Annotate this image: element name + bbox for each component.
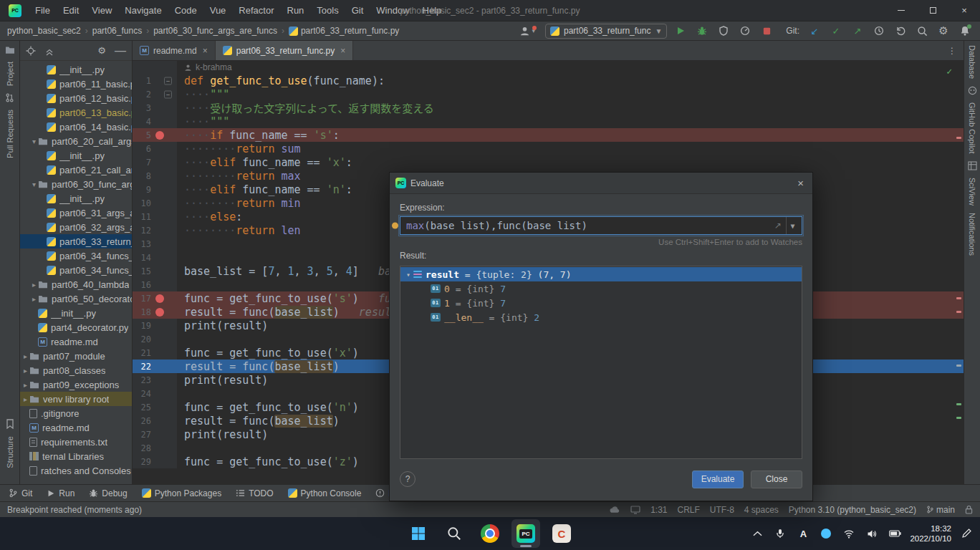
tree-item[interactable]: ▸part09_exceptions: [20, 377, 132, 392]
stop-button[interactable]: [759, 23, 774, 39]
tree-item[interactable]: ternal Libraries: [20, 449, 132, 463]
hide-panel-button[interactable]: —: [115, 44, 126, 57]
tree-item[interactable]: ▸part06_50_decorator: [20, 291, 132, 306]
breadcrumb-item[interactable]: part06_33_return_func.py: [301, 26, 399, 36]
tree-item[interactable]: Mreadme.md: [20, 420, 132, 435]
tab-close-icon[interactable]: ×: [203, 46, 208, 56]
tree-item[interactable]: part06_34_funcs_in_fun: [20, 263, 132, 277]
code-line-7[interactable]: 7····elif func_name == 'x':: [133, 155, 964, 169]
code-line-1[interactable]: 1−def get_func_to_use(func_name):: [133, 74, 964, 87]
chevron-down-icon[interactable]: ▾: [403, 271, 413, 279]
tree-item[interactable]: ▸part08_classes: [20, 363, 132, 377]
tree-item[interactable]: __init__.py: [20, 306, 132, 320]
expression-dropdown-button[interactable]: ▼: [786, 217, 799, 234]
tree-item[interactable]: ▾part06_20_call_args_kwargs: [20, 134, 132, 148]
menu-edit[interactable]: Edit: [57, 0, 85, 21]
monitor-icon[interactable]: [630, 506, 640, 514]
tree-item[interactable]: requirements.txt: [20, 435, 132, 449]
tree-item[interactable]: __init__.py: [20, 62, 132, 77]
menu-git[interactable]: Git: [345, 0, 370, 21]
chevron-right-icon[interactable]: ▸: [30, 281, 38, 289]
run-button[interactable]: [673, 23, 688, 39]
debug-button[interactable]: [694, 23, 710, 39]
breadcrumb-item[interactable]: part06_funcs: [92, 26, 142, 36]
dialog-title-bar[interactable]: PC Evaluate ×: [390, 173, 812, 194]
menu-vue[interactable]: Vue: [203, 0, 233, 21]
profiler-button[interactable]: [737, 23, 753, 39]
cloud-icon[interactable]: [610, 506, 620, 513]
volume-button[interactable]: [864, 523, 880, 544]
menu-run[interactable]: Run: [281, 0, 311, 21]
tool-button-project[interactable]: Project: [6, 62, 14, 86]
tool-button-database[interactable]: Database: [968, 45, 976, 79]
chevron-right-icon[interactable]: ▸: [21, 352, 29, 360]
tree-item[interactable]: part06_11_basic.py: [20, 77, 132, 91]
tool-button-github-copilot[interactable]: GitHub Copilot: [968, 102, 976, 154]
tool-window-button-debug[interactable]: Debug: [89, 488, 127, 498]
taskbar-pycharm-button[interactable]: PC: [511, 519, 540, 548]
tree-item[interactable]: ▾part06_30_func_args_are_fu: [20, 177, 132, 191]
result-tree-row[interactable]: 010 = {int} 7: [400, 281, 802, 296]
result-tree-row[interactable]: ▾result = {tuple: 2} (7, 7): [400, 267, 802, 281]
python-interpreter[interactable]: Python 3.10 (python_basic_sec2): [789, 505, 916, 515]
tree-item[interactable]: __init__.py: [20, 148, 132, 163]
file-encoding[interactable]: UTF-8: [710, 505, 734, 515]
tool-button-pull-requests[interactable]: Pull Requests: [6, 110, 14, 158]
inspections-ok-icon[interactable]: ✓: [946, 66, 952, 77]
start-button[interactable]: [404, 519, 433, 548]
tray-mic-button[interactable]: [772, 523, 788, 544]
tool-window-button-run[interactable]: Run: [47, 488, 75, 498]
editor-tab[interactable]: part06_33_return_func.py×: [216, 41, 353, 60]
caret-position[interactable]: 1:31: [650, 505, 667, 515]
result-tree[interactable]: ▾result = {tuple: 2} (7, 7)010 = {int} 7…: [400, 266, 802, 459]
git-branch[interactable]: main: [926, 505, 955, 515]
code-line-3[interactable]: 3····受け取った文字列によって、返す関数を変える: [133, 101, 964, 115]
git-push-button[interactable]: ↗: [850, 23, 865, 39]
tree-item[interactable]: part06_31_args_are_fun: [20, 206, 132, 220]
tool-button-sciview[interactable]: SciView: [968, 178, 976, 206]
taskbar-clock[interactable]: 18:32 2022/10/10: [910, 524, 951, 544]
chevron-down-icon[interactable]: ▾: [30, 138, 38, 145]
git-update-button[interactable]: ↙: [807, 23, 822, 39]
tree-item[interactable]: ▸part07_module: [20, 349, 132, 363]
tab-close-icon[interactable]: ×: [340, 46, 345, 56]
breadcrumb-item[interactable]: python_basic_sec2: [7, 26, 81, 36]
fold-icon[interactable]: −: [164, 90, 172, 98]
indent-style[interactable]: 4 spaces: [744, 505, 779, 515]
tool-window-button-python-packages[interactable]: Python Packages: [142, 488, 221, 498]
close-button[interactable]: ×: [948, 0, 980, 21]
wifi-button[interactable]: [841, 523, 857, 544]
chevron-right-icon[interactable]: ▸: [21, 367, 29, 375]
tray-bluetooth-button[interactable]: [818, 523, 834, 544]
tool-button-notifications[interactable]: Notifications: [968, 213, 976, 256]
tree-item[interactable]: part06_14_basic.py: [20, 120, 132, 134]
menu-code[interactable]: Code: [168, 0, 203, 21]
taskbar-chrome-button[interactable]: [476, 519, 504, 548]
breadcrumb-item[interactable]: part06_30_func_args_are_funcs: [153, 26, 277, 36]
tree-item[interactable]: part06_34_funcs_in_fun: [20, 249, 132, 263]
tree-item[interactable]: part4_decorator.py: [20, 320, 132, 334]
minimize-button[interactable]: [885, 0, 917, 21]
tool-button-structure[interactable]: Structure: [6, 436, 14, 468]
result-tree-row[interactable]: 011 = {int} 7: [400, 296, 802, 310]
chevron-right-icon[interactable]: ▸: [21, 381, 29, 389]
tree-item[interactable]: part06_13_basic.py: [20, 105, 132, 120]
code-line-6[interactable]: 6········return sum: [133, 142, 964, 155]
taskbar-c-app-button[interactable]: C: [547, 519, 576, 548]
code-line-4[interactable]: 4····""": [133, 115, 964, 128]
line-separator[interactable]: CRLF: [677, 505, 699, 515]
breakpoint-icon[interactable]: [155, 294, 164, 303]
code-line-2[interactable]: 2−····""": [133, 87, 964, 101]
tool-window-button-todo[interactable]: TODO: [236, 488, 273, 498]
dialog-close-button-text[interactable]: Close: [751, 471, 802, 488]
search-everywhere-button[interactable]: [914, 23, 930, 39]
git-commit-button[interactable]: ✓: [828, 23, 844, 39]
tool-window-button-python-console[interactable]: Python Console: [288, 488, 362, 498]
help-button[interactable]: ?: [400, 471, 415, 487]
tool-window-button-git[interactable]: Git: [9, 488, 32, 498]
menu-navigate[interactable]: Navigate: [118, 0, 168, 21]
tree-item[interactable]: __init__.py: [20, 191, 132, 206]
more-options-icon[interactable]: ⋮: [948, 46, 956, 56]
lock-icon[interactable]: [965, 505, 973, 514]
dialog-close-button[interactable]: ×: [789, 177, 812, 189]
